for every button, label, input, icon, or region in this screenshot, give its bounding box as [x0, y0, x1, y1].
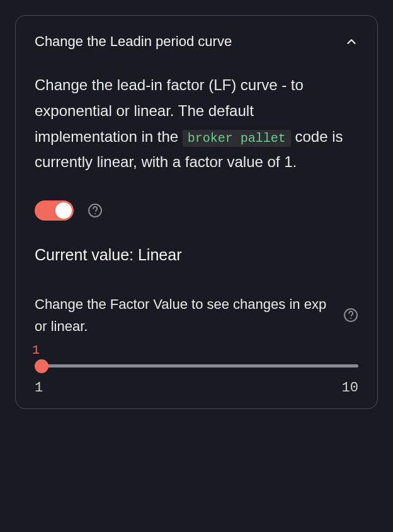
factor-row: Change the Factor Value to see changes i…: [35, 293, 358, 337]
slider-current-value: 1: [32, 343, 358, 357]
leadin-curve-panel: Change the Leadin period curve Change th…: [15, 15, 378, 409]
slider-min-label: 1: [35, 380, 43, 396]
panel-description: Change the lead-in factor (LF) curve - t…: [35, 72, 358, 175]
slider-range-labels: 1 10: [35, 380, 358, 396]
help-icon[interactable]: [88, 203, 103, 218]
current-value-label: Current value: Linear: [35, 246, 358, 264]
help-icon[interactable]: [343, 308, 358, 323]
slider-max-label: 10: [342, 380, 358, 396]
chevron-up-icon[interactable]: [345, 35, 358, 49]
panel-title: Change the Leadin period curve: [35, 33, 232, 50]
curve-mode-toggle[interactable]: [35, 200, 74, 221]
factor-slider[interactable]: [35, 359, 358, 374]
current-value-prefix: Current value:: [35, 246, 138, 263]
factor-label: Change the Factor Value to see changes i…: [35, 293, 333, 337]
current-value-mode: Linear: [138, 246, 182, 263]
slider-track: [35, 364, 358, 367]
toggle-knob: [55, 202, 72, 219]
slider-thumb[interactable]: [35, 359, 48, 373]
panel-header[interactable]: Change the Leadin period curve: [35, 33, 358, 50]
code-span-broker-pallet: broker pallet: [183, 130, 291, 147]
toggle-row: [35, 200, 358, 221]
